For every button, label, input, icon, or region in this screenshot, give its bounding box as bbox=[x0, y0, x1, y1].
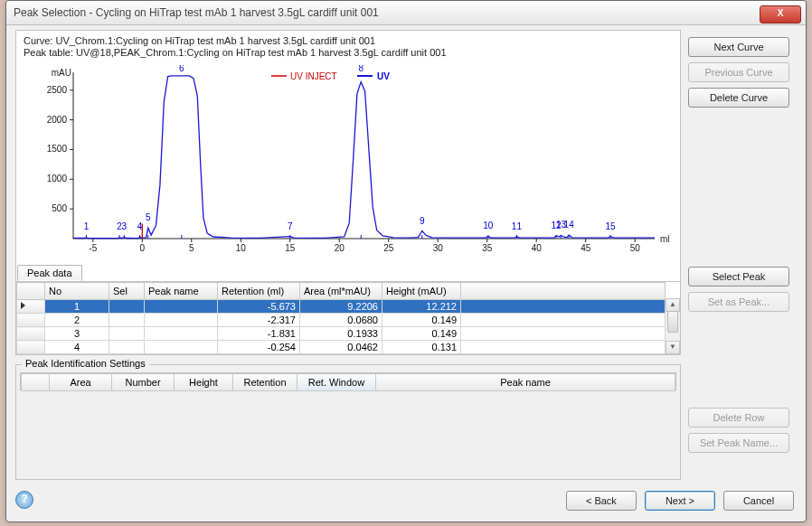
svg-text:20: 20 bbox=[335, 243, 345, 253]
svg-text:1000: 1000 bbox=[47, 174, 68, 183]
svg-text:2500: 2500 bbox=[47, 85, 68, 95]
svg-text:15: 15 bbox=[605, 221, 616, 231]
svg-text:2000: 2000 bbox=[47, 115, 68, 125]
peak-identification-settings: Peak Identification Settings Area Number… bbox=[15, 364, 681, 480]
svg-text:500: 500 bbox=[52, 203, 67, 213]
ident-col-area[interactable]: Area bbox=[50, 374, 112, 391]
svg-text:10: 10 bbox=[483, 221, 494, 230]
curve-buttons-group: Next Curve Previous Curve Delete Curve bbox=[688, 37, 791, 113]
col-peak-name[interactable]: Peak name bbox=[145, 283, 218, 300]
svg-text:1: 1 bbox=[84, 221, 90, 231]
delete-row-button: Delete Row bbox=[688, 408, 789, 427]
svg-text:3: 3 bbox=[122, 221, 127, 231]
svg-text:4: 4 bbox=[137, 221, 143, 231]
set-as-peak-button: Set as Peak... bbox=[688, 292, 789, 312]
table-vertical-scrollbar[interactable]: ▲ ▼ bbox=[665, 298, 680, 354]
svg-text:6: 6 bbox=[179, 65, 184, 73]
svg-text:15: 15 bbox=[285, 243, 296, 253]
cancel-button[interactable]: Cancel bbox=[723, 491, 794, 511]
svg-text:25: 25 bbox=[383, 243, 394, 253]
next-button[interactable]: Next > bbox=[645, 491, 715, 511]
previous-curve-button: Previous Curve bbox=[688, 62, 789, 82]
svg-text:0: 0 bbox=[140, 243, 146, 253]
select-peak-button[interactable]: Select Peak bbox=[688, 267, 789, 286]
ident-col-ret-window[interactable]: Ret. Window bbox=[297, 374, 376, 391]
chromatogram-chart[interactable]: -505101520253035404550500100015002000250… bbox=[24, 65, 673, 262]
table-row[interactable]: 3-1.8310.19330.149 bbox=[17, 327, 666, 341]
table-row[interactable]: 4-0.2540.04620.131 bbox=[17, 341, 666, 354]
peak-data-table[interactable]: No Sel Peak name Retention (ml) Area (ml… bbox=[15, 281, 681, 355]
svg-text:UV INJECT: UV INJECT bbox=[290, 71, 337, 81]
ident-legend: Peak Identification Settings bbox=[22, 358, 149, 369]
svg-text:1500: 1500 bbox=[47, 144, 68, 154]
wizard-bottom-bar: ? < Back Next > Cancel bbox=[15, 485, 797, 512]
peak-data-tabstrip: Peak data bbox=[15, 263, 679, 281]
back-button[interactable]: < Back bbox=[566, 491, 637, 511]
svg-text:5: 5 bbox=[146, 212, 151, 222]
svg-text:ml: ml bbox=[660, 234, 670, 244]
help-icon[interactable]: ? bbox=[15, 491, 33, 509]
curve-info-line: Curve: UV_Chrom.1:Cycling on HiTrap test… bbox=[24, 35, 673, 47]
col-retention[interactable]: Retention (ml) bbox=[218, 283, 300, 300]
title-bar: Peak Selection - Cycling on HiTrap test … bbox=[6, 1, 806, 25]
svg-text:35: 35 bbox=[482, 243, 493, 253]
col-no[interactable]: No bbox=[45, 283, 109, 300]
col-area[interactable]: Area (ml*mAU) bbox=[300, 283, 382, 300]
col-sel[interactable]: Sel bbox=[109, 283, 145, 300]
svg-text:40: 40 bbox=[532, 243, 543, 253]
svg-text:mAU: mAU bbox=[52, 68, 71, 78]
svg-text:5: 5 bbox=[189, 243, 194, 253]
ident-col-retention[interactable]: Retention bbox=[233, 374, 297, 391]
peak-table-info-line: Peak table: UV@18,PEAK_Chrom.1:Cycling o… bbox=[24, 47, 673, 59]
next-curve-button[interactable]: Next Curve bbox=[688, 37, 789, 57]
set-peak-name-button: Set Peak Name... bbox=[688, 433, 789, 453]
ident-buttons-group: Delete Row Set Peak Name... bbox=[688, 408, 791, 458]
svg-text:11: 11 bbox=[512, 221, 523, 231]
svg-text:-5: -5 bbox=[89, 243, 97, 253]
scroll-down-icon[interactable]: ▼ bbox=[666, 341, 680, 354]
scroll-up-icon[interactable]: ▲ bbox=[666, 298, 680, 312]
table-row[interactable]: 1-5.6739.220612.212 bbox=[17, 300, 666, 314]
col-height[interactable]: Height (mAU) bbox=[382, 283, 461, 300]
ident-col-peak-name[interactable]: Peak name bbox=[376, 374, 675, 391]
svg-text:7: 7 bbox=[288, 221, 293, 231]
table-row[interactable]: 2-2.3170.06800.149 bbox=[17, 314, 666, 327]
svg-text:30: 30 bbox=[433, 243, 444, 253]
svg-text:9: 9 bbox=[420, 216, 425, 226]
svg-text:14: 14 bbox=[564, 220, 575, 230]
window-title: Peak Selection - Cycling on HiTrap test … bbox=[14, 6, 760, 19]
ident-table[interactable]: Area Number Height Retention Ret. Window… bbox=[20, 372, 676, 390]
ident-col-number[interactable]: Number bbox=[112, 374, 175, 391]
svg-text:8: 8 bbox=[358, 65, 364, 73]
peak-buttons-group: Select Peak Set as Peak... bbox=[688, 267, 791, 317]
tab-peak-data[interactable]: Peak data bbox=[17, 265, 82, 281]
svg-text:50: 50 bbox=[630, 243, 641, 253]
scroll-thumb[interactable] bbox=[667, 311, 678, 333]
svg-text:45: 45 bbox=[581, 243, 591, 253]
svg-text:UV: UV bbox=[377, 71, 390, 81]
ident-col-height[interactable]: Height bbox=[175, 374, 233, 391]
close-button[interactable]: X bbox=[760, 5, 801, 23]
delete-curve-button[interactable]: Delete Curve bbox=[688, 88, 789, 108]
svg-text:10: 10 bbox=[236, 243, 247, 253]
